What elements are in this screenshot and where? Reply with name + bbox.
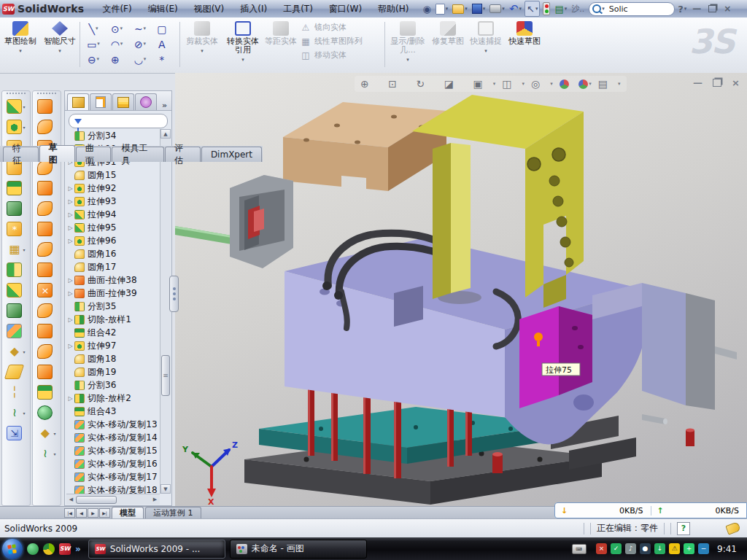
save-button[interactable]: ▾ [471, 1, 487, 16]
offset-surface-icon[interactable]: ▾ [37, 239, 55, 260]
menu-item[interactable]: 编辑(E) [140, 0, 186, 18]
tab-configuration-manager[interactable] [112, 93, 134, 110]
download-tray-icon[interactable]: ↓ [654, 543, 665, 554]
new-file-button[interactable]: ▾ [434, 1, 450, 16]
tree-item[interactable]: ▷ 圆角17 [66, 260, 160, 273]
model-sprue-tool[interactable] [175, 175, 293, 268]
tree-item[interactable]: ▷ 实体-移动/复制15 [66, 444, 160, 457]
radiate-surface-icon[interactable]: ▾ [37, 260, 55, 280]
doc-minimize-button[interactable]: — [693, 77, 703, 88]
antivirus-alert-tray-icon[interactable]: × [596, 543, 607, 554]
scene-icon[interactable]: ▾ [578, 79, 592, 89]
rotate-view-icon[interactable]: ↻ ▾ [417, 79, 438, 89]
tree-item[interactable]: ▷ 曲面-拉伸38 [66, 273, 160, 287]
tree-vertical-scrollbar[interactable]: ▲ ▼ [160, 129, 171, 494]
dome-icon[interactable]: ▾ [37, 402, 55, 423]
delete-face-icon[interactable]: × ▾ [37, 280, 55, 300]
scrollbar-thumb[interactable] [76, 496, 117, 504]
tree-item[interactable]: ▷ 拉伸92 [66, 182, 160, 195]
scroll-left-arrow[interactable]: ◀ [66, 497, 76, 502]
device-tray-icon[interactable]: ● [640, 543, 651, 554]
doc-close-button[interactable]: × [732, 77, 740, 88]
tree-item[interactable]: ▷ 分割36 [66, 378, 160, 392]
tree-item[interactable]: ▷ 拉伸96 [66, 234, 160, 247]
tree-item[interactable]: ▷ 拉伸97 [66, 339, 160, 352]
trim-surface-icon[interactable]: ▾ [37, 341, 55, 362]
tree-item[interactable]: ▷ 圆角15 [66, 168, 160, 182]
audio-tray-icon[interactable]: ♪ [625, 543, 636, 554]
quick-tips-icon[interactable]: ? [677, 522, 690, 535]
quick-launch-chevron[interactable]: » [75, 544, 81, 554]
start-button[interactable] [2, 539, 23, 559]
hide-show-items-icon[interactable]: ◎ ▾ [531, 79, 553, 89]
offset-entities-button[interactable]: 等距实体 [264, 20, 298, 71]
rectangle-tool-icon[interactable]: ▭ ▾ [82, 36, 105, 52]
expand-arrow-icon[interactable]: ▷ [66, 185, 74, 192]
taskbar-clock[interactable]: 9:41 [717, 544, 737, 554]
print-button[interactable]: ▾ [488, 1, 506, 16]
tab-nav-button[interactable]: ◀ [76, 508, 87, 518]
tab-nav-button[interactable]: ▶ [88, 508, 98, 518]
expand-arrow-icon[interactable]: ▷ [66, 316, 74, 323]
tree-item[interactable]: ▷ 实体-移动/复制16 [66, 457, 160, 470]
scrollbar-thumb[interactable] [161, 355, 170, 396]
tree-item[interactable]: ▷ 圆角19 [66, 365, 160, 378]
mid-surface-icon[interactable]: ▾ [37, 198, 55, 219]
reference-geometry-icon[interactable]: ◆ ▾ [7, 341, 25, 362]
panel-splitter-handle[interactable] [169, 276, 179, 312]
knit-surface-icon[interactable]: ▾ [37, 382, 55, 402]
pattern-icon[interactable]: ▦ ▾ [7, 239, 25, 260]
menu-item[interactable]: 帮助(H) [370, 0, 417, 18]
zoom-area-icon[interactable]: ⊡ ▾ [388, 79, 409, 89]
zoom-fit-icon[interactable]: ⊕ ▾ [360, 79, 382, 89]
open-file-button[interactable]: ▾ [451, 1, 469, 16]
command-tab[interactable]: 特征 [3, 147, 39, 162]
expand-arrow-icon[interactable]: ▷ [66, 238, 74, 244]
rebuild-button[interactable] [541, 1, 551, 16]
extrude-cut-icon[interactable]: ▾ [7, 117, 25, 137]
axis-icon[interactable]: ╎ ▾ [7, 382, 25, 402]
arc-tool-icon[interactable]: ◠ ▾ [105, 36, 128, 52]
tree-item[interactable]: ▷ 圆角16 [66, 247, 160, 260]
undo-button[interactable]: ↶▾ [508, 1, 523, 16]
quick-launch-icon-2[interactable] [43, 543, 55, 555]
rapid-sketch-button[interactable]: 快速草图 [506, 20, 543, 71]
combine-icon[interactable]: ▾ [7, 280, 25, 300]
display-style-icon[interactable]: ◫ ▾ [502, 79, 525, 89]
tree-item[interactable]: ▷ 曲面-拉伸39 [66, 287, 160, 300]
panel-overflow-chevron[interactable]: » [162, 101, 167, 110]
tab-nav-button[interactable]: |◀ [64, 508, 75, 518]
move-entities-item[interactable]: ◫ 移动实体 [301, 50, 382, 61]
taskbar-button[interactable]: 未命名 - 画图 [230, 540, 367, 559]
menu-item[interactable]: 工具(T) [275, 0, 321, 18]
reference-geometry-icon[interactable]: ◆ ▾ [37, 423, 55, 443]
slot-tool-icon[interactable]: ⊖ ▾ [82, 52, 105, 67]
extrude-boss-icon[interactable]: ▾ [7, 96, 25, 117]
revolved-surface-icon[interactable]: ▾ [37, 117, 55, 137]
tree-item[interactable]: ▷ 实体-移动/复制17 [66, 470, 160, 483]
tab-dimxpert-manager[interactable] [135, 93, 157, 110]
health-tray-icon[interactable]: + [684, 543, 694, 554]
swept-surface-icon[interactable]: ▾ [37, 96, 55, 117]
toolbar-grip[interactable] [7, 93, 26, 94]
spline-tool-icon[interactable]: ~ ▾ [128, 21, 152, 36]
section-view-icon[interactable]: ◪ ▾ [444, 79, 467, 89]
expand-arrow-icon[interactable]: ▷ [66, 211, 74, 218]
expand-arrow-icon[interactable]: ▷ [66, 277, 74, 284]
text-tool-icon[interactable]: A ▾ [152, 36, 175, 52]
tree-horizontal-scrollbar[interactable]: ◀ ▶ [66, 494, 160, 505]
untrim-surface-icon[interactable]: ▾ [37, 362, 55, 382]
security-ok-tray-icon[interactable]: ✓ [611, 543, 622, 554]
toolbar-grip[interactable] [37, 93, 56, 94]
command-tab[interactable]: 曲面 [76, 147, 112, 162]
line-tool-icon[interactable]: ╲ ▾ [82, 21, 105, 36]
tree-item[interactable]: ▷ 组合42 [66, 326, 160, 339]
display-delete-relations-button[interactable]: 显示/删除几...▾ [388, 20, 427, 71]
expand-arrow-icon[interactable]: ▷ [66, 343, 74, 349]
sketch-fillet-icon[interactable]: ◡ ▾ [128, 52, 152, 67]
filled-surface-icon[interactable]: ▾ [37, 178, 55, 198]
shell-icon[interactable]: ▾ [7, 178, 25, 198]
command-tab[interactable]: DimXpert [201, 147, 262, 162]
tree-item[interactable]: ▷ 圆角18 [66, 352, 160, 365]
trim-entities-button[interactable]: 剪裁实体▾ [184, 20, 220, 71]
